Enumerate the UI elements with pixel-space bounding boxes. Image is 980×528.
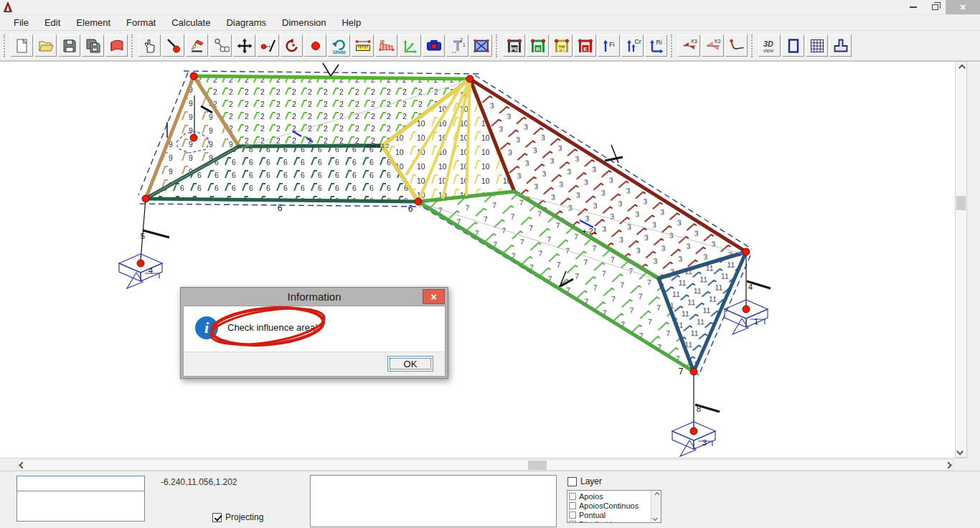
force-fi-button[interactable]: Fi — [598, 34, 620, 57]
toolbar-group-handle[interactable] — [671, 34, 676, 57]
scroll-right-button[interactable] — [942, 460, 953, 471]
layer-scroll-up-icon[interactable] — [654, 492, 659, 497]
cursor-coordinates: -6.240,11.056,1.202 — [161, 477, 237, 487]
layer-item-checkbox[interactable] — [569, 493, 576, 500]
layer-item-distribuidas[interactable]: Distribuidas — [569, 519, 650, 523]
rotate-icon — [283, 37, 301, 55]
draw-node-button[interactable] — [162, 34, 184, 57]
command-input[interactable] — [17, 476, 145, 491]
tick-mark — [605, 157, 623, 161]
menu-item-edit[interactable]: Edit — [37, 16, 68, 29]
tick-mark — [323, 63, 331, 76]
svg-text:X3: X3 — [690, 38, 697, 44]
node[interactable] — [743, 306, 750, 313]
window-close-button[interactable]: × — [946, 0, 980, 14]
layer-scroll-down-icon[interactable] — [653, 516, 658, 521]
horizontal-scroll-thumb[interactable] — [528, 461, 547, 470]
force-cn-button[interactable]: Cn — [621, 34, 644, 57]
node[interactable] — [190, 72, 197, 80]
book-button[interactable] — [105, 34, 128, 57]
toolbar-group-handle[interactable] — [751, 34, 756, 57]
toolbar-group-handle[interactable] — [131, 34, 136, 57]
diagram-x2-button[interactable]: X2 — [702, 34, 724, 57]
panel-x-button[interactable] — [470, 34, 492, 57]
node[interactable] — [142, 195, 149, 202]
move-button[interactable] — [233, 34, 255, 57]
menu-item-format[interactable]: Format — [118, 16, 164, 29]
frame-pe-button[interactable]: PE — [503, 34, 525, 57]
dialog-titlebar[interactable]: Information × — [181, 288, 448, 306]
node[interactable] — [190, 134, 197, 141]
node-chain-button[interactable] — [209, 34, 232, 57]
projecting-checkbox[interactable] — [212, 513, 222, 522]
layer-item-checkbox[interactable] — [569, 502, 576, 509]
structure-model[interactable]: 296103711667544183+-21f3af3 1 2 — [0, 62, 955, 458]
distributed-load-button[interactable]: qi — [375, 34, 397, 57]
svg-text:Fi: Fi — [609, 41, 615, 48]
save-button[interactable] — [58, 34, 80, 57]
node[interactable] — [466, 75, 473, 82]
menu-item-calculate[interactable]: Calculate — [164, 16, 218, 29]
scroll-down-button[interactable] — [956, 446, 966, 457]
new-file-button[interactable] — [11, 34, 33, 57]
vertical-scroll-thumb[interactable] — [956, 196, 966, 210]
toolbar-group-handle[interactable] — [4, 34, 9, 57]
save-all-button[interactable] — [82, 34, 104, 57]
grid-button[interactable] — [806, 34, 828, 57]
layer-list-scrollbar[interactable] — [651, 491, 661, 522]
restore-button[interactable] — [924, 0, 946, 14]
node[interactable] — [415, 198, 422, 205]
ruler-button[interactable] — [352, 34, 374, 57]
layer-item-checkbox[interactable] — [569, 512, 576, 519]
layer-item-pontual[interactable]: Pontual — [569, 510, 650, 519]
pencil-button[interactable] — [186, 34, 208, 57]
node[interactable] — [743, 248, 750, 255]
footing-button[interactable] — [829, 34, 852, 57]
scroll-left-button[interactable] — [18, 460, 29, 471]
open-file-button[interactable] — [34, 34, 57, 57]
drawing-canvas[interactable]: 296103711667544183+-21f3af3 1 2 — [0, 62, 955, 458]
vertical-scrollbar[interactable] — [955, 62, 967, 458]
rotate-button[interactable] — [281, 34, 303, 57]
horizontal-scrollbar[interactable] — [0, 458, 967, 471]
menu-item-file[interactable]: File — [6, 16, 37, 29]
frame-e-button[interactable]: E — [574, 34, 596, 57]
layer-item-apoioscontinuos[interactable]: ApoiosContinuos — [569, 501, 650, 510]
menu-item-diagrams[interactable]: Diagrams — [218, 16, 274, 29]
dialog-close-button[interactable]: × — [423, 289, 445, 304]
red-node-button[interactable] — [304, 34, 326, 57]
projecting-toggle[interactable]: Projecting — [212, 512, 263, 522]
minimize-button[interactable] — [903, 0, 924, 14]
message-box[interactable] — [17, 491, 145, 522]
layer-item-apoios[interactable]: Apoios — [569, 491, 650, 501]
menu-item-dimension[interactable]: Dimension — [274, 16, 334, 29]
layer-list[interactable]: ApoiosApoiosContinuosPontualDistribuidas — [567, 490, 661, 523]
frame-r-button[interactable]: R — [527, 34, 549, 57]
extend-line-button[interactable] — [257, 34, 279, 57]
influence-line-button[interactable] — [725, 34, 748, 57]
section-dim-button[interactable]: 21 — [446, 34, 468, 57]
node[interactable] — [690, 428, 697, 435]
undo-button[interactable]: Undo — [328, 34, 350, 57]
pan-hand-button[interactable] — [138, 34, 161, 57]
menu-item-help[interactable]: Help — [334, 16, 369, 29]
axes-button[interactable] — [399, 34, 421, 57]
frame-rect-button[interactable] — [782, 34, 804, 57]
frame-pp-button[interactable]: Pp — [550, 34, 573, 57]
diagram-x3-button[interactable]: X3 — [678, 34, 700, 57]
force-ri-button[interactable]: Ri — [645, 34, 667, 57]
toolbar-group-handle[interactable] — [496, 34, 501, 57]
layer-item-checkbox[interactable] — [569, 521, 576, 524]
layer-toggle[interactable]: Layer — [567, 476, 602, 486]
layer-checkbox[interactable] — [567, 477, 577, 486]
node[interactable] — [137, 260, 144, 267]
view-box-button[interactable] — [423, 34, 445, 57]
scroll-up-button[interactable] — [956, 62, 966, 73]
canvas-label: 6 — [408, 204, 413, 214]
output-box[interactable] — [310, 475, 557, 527]
node[interactable] — [690, 368, 697, 375]
titlebar[interactable]: × — [0, 0, 980, 14]
view-3d-button[interactable]: 3Dview — [758, 34, 781, 57]
menu-item-element[interactable]: Element — [68, 16, 118, 29]
ok-button[interactable]: OK — [387, 356, 433, 372]
